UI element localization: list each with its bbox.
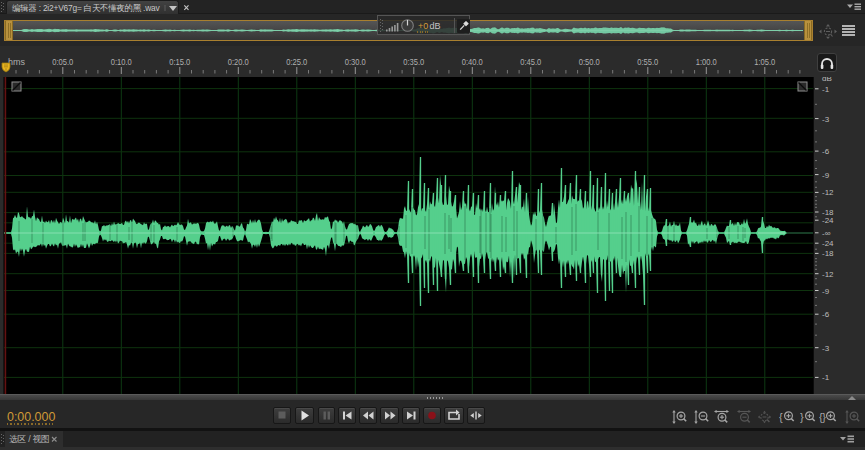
svg-text:-24: -24 xyxy=(822,216,834,225)
svg-text:-9: -9 xyxy=(822,287,830,296)
svg-text:0:15.0: 0:15.0 xyxy=(169,57,190,67)
svg-text:0:20.0: 0:20.0 xyxy=(228,57,249,67)
svg-text:-6: -6 xyxy=(822,147,830,156)
svg-text:{}: {} xyxy=(819,410,826,422)
svg-text:-9: -9 xyxy=(822,171,830,180)
svg-text:0:40.0: 0:40.0 xyxy=(462,57,483,67)
svg-text:-18: -18 xyxy=(822,249,834,258)
svg-text:}: } xyxy=(800,410,804,422)
svg-text:0:55.0: 0:55.0 xyxy=(637,57,658,67)
svg-text:dB: dB xyxy=(822,77,832,83)
svg-text:-3: -3 xyxy=(822,344,830,353)
svg-text:0:25.0: 0:25.0 xyxy=(286,57,307,67)
svg-text:0:30.0: 0:30.0 xyxy=(345,57,366,67)
svg-text:0:10.0: 0:10.0 xyxy=(111,57,132,67)
svg-text:-∞: -∞ xyxy=(822,229,831,238)
svg-text:{: { xyxy=(779,410,783,422)
svg-text:-24: -24 xyxy=(822,239,834,248)
svg-text:-1: -1 xyxy=(822,373,830,382)
svg-text:0:50.0: 0:50.0 xyxy=(579,57,600,67)
svg-text:0:45.0: 0:45.0 xyxy=(520,57,541,67)
svg-text:0:35.0: 0:35.0 xyxy=(403,57,424,67)
svg-text:-6: -6 xyxy=(822,310,830,319)
svg-text:-12: -12 xyxy=(822,188,834,197)
svg-text:1:00.0: 1:00.0 xyxy=(696,57,717,67)
svg-text:1:05.0: 1:05.0 xyxy=(754,57,775,67)
svg-text:-1: -1 xyxy=(822,85,830,94)
svg-text:0:05.0: 0:05.0 xyxy=(52,57,73,67)
svg-text:-3: -3 xyxy=(822,115,830,124)
svg-text:-12: -12 xyxy=(822,270,834,279)
